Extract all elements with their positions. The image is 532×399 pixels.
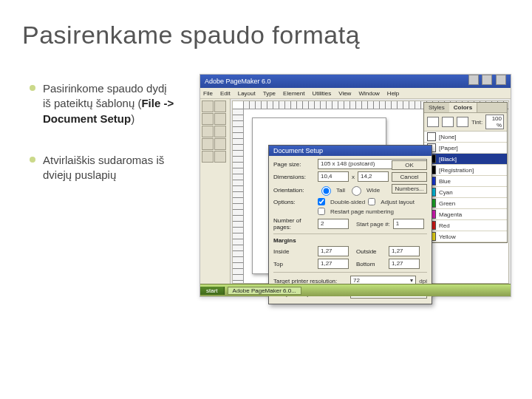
tool-button[interactable] (214, 100, 226, 112)
color-row[interactable]: Green (424, 198, 507, 209)
bullet-item: Atvirlaiškis sudaromas iš dviejų puslapi… (30, 153, 177, 183)
numbers-button[interactable]: Numbers... (392, 184, 427, 194)
menu-item[interactable]: Element (283, 90, 304, 97)
tool-button[interactable] (214, 113, 226, 125)
num-pages-field[interactable]: 2 (318, 219, 349, 229)
orientation-tall-radio[interactable] (321, 186, 331, 196)
color-name: Blue (439, 178, 504, 185)
taskbar-item[interactable]: Adobe PageMaker 6.0... (228, 287, 301, 295)
color-row[interactable]: [Black] (424, 154, 507, 165)
tab-colors[interactable]: Colors (449, 103, 477, 112)
tool-button[interactable] (202, 113, 214, 125)
color-name: Cyan (439, 189, 504, 196)
color-row[interactable]: Cyan (424, 187, 507, 198)
bullet-dot-icon (30, 85, 35, 91)
ruler-vertical (233, 109, 244, 283)
stroke-swatch-button[interactable] (427, 117, 439, 127)
color-row[interactable]: [Registration] (424, 165, 507, 176)
menu-item[interactable]: Layout (238, 90, 256, 97)
menu-item[interactable]: Help (387, 90, 399, 97)
menu-item[interactable]: Edit (220, 90, 231, 97)
start-page-field[interactable]: 1 (393, 219, 424, 229)
taskbar: start Adobe PageMaker 6.0... (200, 284, 511, 296)
colors-panel: Styles Colors Tint: 100 % [None][Paper][… (423, 102, 508, 243)
close-icon[interactable] (496, 75, 506, 85)
menu-item[interactable]: Type (263, 90, 276, 97)
tool-button[interactable] (214, 151, 226, 163)
height-field[interactable]: 14,2 (358, 171, 389, 182)
menu-item[interactable]: View (338, 90, 351, 97)
orientation-label: Orientation: (273, 187, 315, 194)
color-name: [None] (439, 134, 504, 140)
app-screenshot: Adobe PageMaker 6.0 File Edit Layout Typ… (200, 74, 511, 297)
tool-palette (200, 99, 231, 285)
color-list: [None][Paper][Black][Registration]BlueCy… (424, 132, 507, 242)
color-name: Green (439, 200, 504, 207)
dimensions-label: Dimensions: (273, 174, 315, 180)
margins-heading: Margins (273, 237, 296, 244)
color-name: Red (439, 222, 504, 229)
menubar: File Edit Layout Type Element Utilities … (200, 88, 511, 99)
double-sided-checkbox[interactable] (318, 198, 325, 205)
maximize-icon[interactable] (482, 75, 492, 85)
both-swatch-button[interactable] (457, 117, 468, 127)
color-name: [Paper] (439, 145, 504, 151)
fill-swatch-button[interactable] (442, 117, 454, 127)
app-title: Adobe PageMaker 6.0 (205, 75, 271, 88)
margin-top-field[interactable]: 1,27 (318, 259, 349, 269)
color-swatch-icon (427, 132, 436, 141)
slide: Pasirenkame spaudo formatą Pasirinkome s… (0, 0, 532, 399)
restart-numbering-checkbox[interactable] (318, 208, 325, 215)
document-setup-dialog: Document Setup OK Cancel Numbers... Page… (268, 145, 432, 304)
bullet-text: Pasirinkome spaudo dydį iš pateiktų šabl… (43, 81, 177, 126)
tool-button[interactable] (202, 100, 214, 112)
tab-styles[interactable]: Styles (424, 103, 449, 112)
num-pages-label: Number of pages: (273, 217, 315, 231)
tool-button[interactable] (214, 138, 226, 150)
tool-button[interactable] (202, 126, 214, 137)
app-titlebar: Adobe PageMaker 6.0 (200, 75, 511, 88)
tool-button[interactable] (202, 151, 214, 163)
ok-button[interactable]: OK (392, 160, 427, 170)
window-buttons (467, 75, 506, 88)
tool-button[interactable] (202, 138, 214, 150)
options-label: Options: (273, 199, 315, 205)
margin-inside-field[interactable]: 1,27 (318, 246, 349, 256)
start-page-label: Start page #: (356, 221, 390, 228)
color-row[interactable]: Magenta (424, 209, 507, 220)
dialog-title: Document Setup (269, 146, 432, 156)
bullet-item: Pasirinkome spaudo dydį iš pateiktų šabl… (30, 81, 177, 126)
menu-item[interactable]: Utilities (312, 90, 331, 97)
color-name: Yellow (439, 233, 504, 240)
page-size-label: Page size: (273, 161, 315, 168)
color-row[interactable]: Blue (424, 176, 507, 187)
width-field[interactable]: 10,4 (318, 171, 349, 182)
cancel-button[interactable]: Cancel (392, 172, 427, 182)
color-row[interactable]: Red (424, 220, 507, 231)
tint-field[interactable]: 100 % (485, 115, 504, 129)
color-row[interactable]: [Paper] (424, 143, 507, 154)
color-name: [Registration] (439, 167, 504, 174)
color-row[interactable]: Yellow (424, 231, 507, 242)
minimize-icon[interactable] (468, 75, 479, 85)
tool-button[interactable] (214, 126, 226, 137)
orientation-wide-radio[interactable] (352, 186, 361, 196)
panel-tabs: Styles Colors (424, 103, 507, 113)
margin-bottom-field[interactable]: 1,27 (389, 259, 420, 269)
color-name: Magenta (439, 211, 504, 218)
tint-label: Tint: (471, 119, 482, 126)
bullet-list: Pasirinkome spaudo dydį iš pateiktų šabl… (30, 81, 177, 209)
color-row[interactable]: [None] (424, 132, 507, 143)
app-body: Styles Colors Tint: 100 % [None][Paper][… (200, 99, 511, 285)
menu-item[interactable]: File (203, 90, 213, 97)
menu-item[interactable]: Window (358, 90, 379, 97)
color-name: [Black] (439, 156, 504, 163)
margin-outside-field[interactable]: 1,27 (389, 246, 420, 256)
bullet-text: Atvirlaiškis sudaromas iš dviejų puslapi… (43, 153, 177, 183)
slide-title: Pasirenkame spaudo formatą (22, 21, 360, 50)
adjust-layout-checkbox[interactable] (368, 198, 375, 205)
bullet-dot-icon (30, 157, 35, 163)
start-button[interactable]: start (200, 287, 225, 295)
